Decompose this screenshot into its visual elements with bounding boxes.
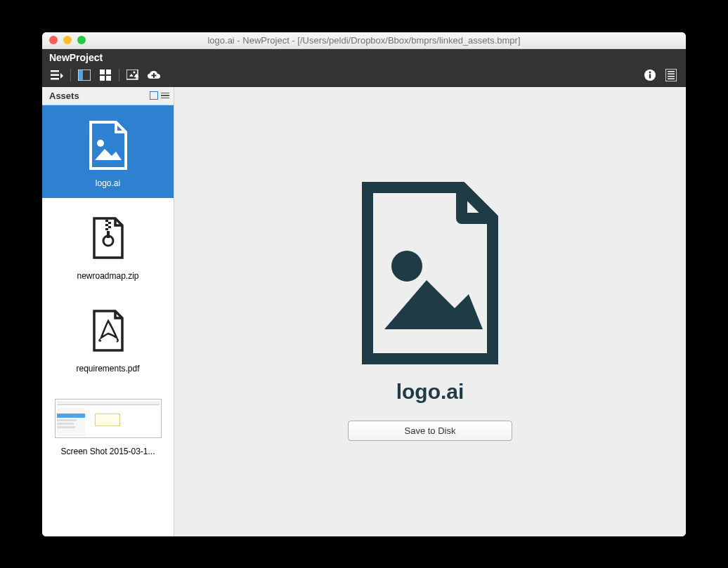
asset-list[interactable]: logo.ai: [42, 105, 174, 536]
import-button[interactable]: [125, 67, 141, 83]
close-window-button[interactable]: [49, 36, 58, 44]
window-controls: [42, 36, 86, 44]
menu-button[interactable]: [49, 67, 65, 83]
svg-rect-2: [51, 78, 59, 80]
cloud-plus-icon: [147, 70, 161, 81]
topbar: NewProject: [42, 49, 686, 87]
assets-sidebar: Assets: [42, 87, 174, 536]
svg-rect-24: [105, 224, 108, 226]
svg-point-21: [97, 140, 104, 147]
minimize-window-button[interactable]: [63, 36, 72, 44]
preview-file-icon: [356, 182, 504, 367]
panel-icon: [78, 70, 91, 81]
svg-rect-28: [107, 231, 110, 238]
asset-label: logo.ai: [48, 178, 168, 188]
titlebar[interactable]: logo.ai - NewProject - [/Users/peldi/Dro…: [42, 32, 686, 49]
svg-point-29: [391, 251, 422, 282]
screenshot-thumbnail: [55, 399, 162, 438]
pdf-file-icon: [48, 306, 168, 355]
body-area: Assets: [42, 87, 686, 536]
asset-item-zip[interactable]: newroadmap.zip: [42, 198, 174, 291]
info-icon: [644, 69, 656, 81]
sidebar-header: Assets: [42, 87, 174, 105]
preview-filename: logo.ai: [396, 380, 464, 404]
asset-label: newroadmap.zip: [48, 271, 168, 281]
save-to-disk-button[interactable]: Save to Disk: [348, 421, 513, 441]
svg-rect-20: [668, 78, 675, 79]
toolbar: [42, 65, 686, 87]
image-file-icon: [48, 121, 168, 170]
asset-item-logo[interactable]: logo.ai: [42, 105, 174, 198]
svg-rect-22: [105, 220, 108, 222]
svg-rect-25: [108, 226, 111, 228]
svg-rect-23: [108, 222, 111, 224]
properties-panel-button[interactable]: [663, 67, 679, 83]
zoom-window-button[interactable]: [77, 36, 86, 44]
svg-rect-18: [668, 73, 675, 74]
add-cloud-button[interactable]: [146, 67, 162, 83]
preview-area: logo.ai Save to Disk: [174, 87, 686, 536]
menu-icon: [51, 70, 63, 80]
svg-rect-5: [100, 70, 105, 74]
sidebar-title: Assets: [49, 91, 79, 101]
toolbar-divider: [70, 69, 71, 81]
svg-rect-26: [105, 228, 108, 230]
grid-layout-button[interactable]: [98, 67, 113, 83]
sidebar-menu-icon[interactable]: [161, 93, 169, 99]
svg-point-10: [134, 71, 136, 73]
toolbar-divider: [119, 69, 119, 81]
asset-label: Screen Shot 2015-03-1...: [48, 447, 168, 456]
window-title: logo.ai - NewProject - [/Users/peldi/Dro…: [42, 35, 686, 46]
list-panel-icon: [665, 69, 677, 81]
zip-file-icon: [48, 213, 168, 263]
svg-rect-12: [152, 74, 157, 76]
svg-rect-7: [100, 76, 105, 81]
panel-layout-button[interactable]: [77, 67, 92, 83]
svg-rect-4: [79, 70, 83, 80]
svg-point-14: [649, 71, 651, 73]
svg-rect-0: [51, 70, 59, 72]
asset-label: requirements.pdf: [48, 364, 168, 374]
asset-item-pdf[interactable]: requirements.pdf: [42, 291, 174, 383]
import-icon: [126, 70, 139, 81]
project-name: NewProject: [42, 49, 686, 65]
svg-rect-16: [665, 69, 677, 81]
grid-icon: [100, 70, 111, 81]
expand-icon[interactable]: [150, 91, 158, 100]
asset-item-screenshot[interactable]: Screen Shot 2015-03-1...: [42, 383, 174, 466]
svg-rect-6: [106, 70, 111, 74]
svg-rect-8: [106, 76, 111, 81]
svg-rect-19: [668, 76, 675, 77]
svg-rect-15: [649, 74, 651, 78]
svg-rect-1: [51, 74, 59, 76]
svg-rect-17: [668, 71, 675, 72]
info-button[interactable]: [642, 67, 658, 83]
app-window: logo.ai - NewProject - [/Users/peldi/Dro…: [42, 32, 686, 536]
